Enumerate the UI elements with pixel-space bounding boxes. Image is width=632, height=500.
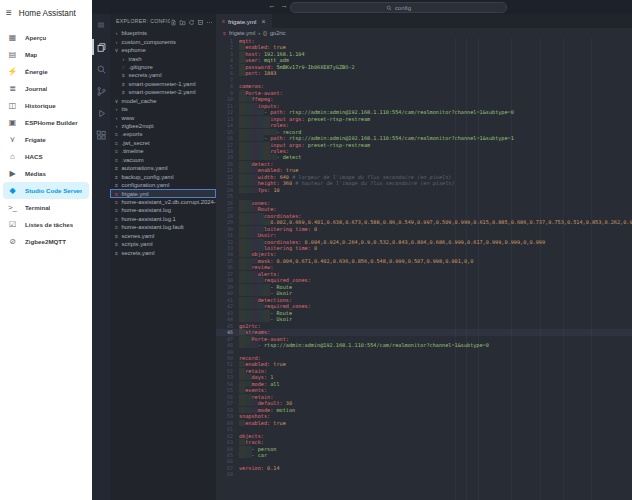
breadcrumb-symbol[interactable]: go2rtc [270, 30, 286, 36]
chevron-down-icon: ∨ [114, 47, 119, 53]
code-token: coordinates: [264, 213, 301, 219]
sidebar-item-map[interactable]: ▤Map [3, 46, 89, 63]
code-token: password: [245, 64, 276, 70]
tree-item-model-cache[interactable]: ∨model_cache [110, 97, 216, 105]
sidebar-item-medias[interactable]: ▶Médias [3, 165, 89, 182]
tree-item-automations-yaml[interactable]: ≡automations.yaml [110, 164, 216, 172]
chevron-down-icon: ∨ [114, 98, 119, 104]
sidebar-item-terminal[interactable]: >_Terminal [3, 199, 89, 216]
sidebar-item-label: Studio Code Server [25, 187, 82, 194]
tree-item-backup-config-yaml[interactable]: ≡backup_config.yaml [110, 172, 216, 180]
tree-item-home-assistant-v2-db-corrupt-2024-12-2[interactable]: ≡home-assistant_v2.db.corrupt.2024-12-2.… [110, 198, 216, 206]
code-token: person [258, 446, 277, 452]
close-tab-icon[interactable]: × [261, 18, 265, 25]
indent-guide [245, 277, 251, 283]
breadcrumb-separator: › [258, 30, 260, 36]
indent-guide [245, 407, 251, 413]
nav-back-icon[interactable]: ← [268, 1, 276, 10]
indent-guide [252, 316, 258, 322]
tree-item-gitignore[interactable]: ○.gitignore [110, 63, 216, 71]
tree-item-trash[interactable]: ›trash [110, 54, 216, 62]
tree-item-configuration-yaml[interactable]: ≡configuration.yaml [110, 181, 216, 189]
sidebar-item-esphome-builder[interactable]: ▣ESPHome Builder [3, 114, 89, 131]
sidebar-item-label: Historique [25, 102, 56, 109]
menu-icon[interactable] [92, 14, 110, 36]
explorer-icon[interactable] [92, 36, 110, 58]
tree-item-esphome[interactable]: ∨esphome [110, 46, 216, 54]
tree-item-exports[interactable]: ≡.exports [110, 130, 216, 138]
code-token: path: [270, 135, 289, 141]
tree-item-frigate-yml[interactable]: ≡frigate.yml [110, 189, 216, 197]
source-control-icon[interactable] [92, 80, 110, 102]
tree-item-smart-powermeter-2-yaml[interactable]: ≡smart-powermeter-2.yaml [110, 88, 216, 96]
sidebar-item-listes-de-taches[interactable]: ☑Listes de tâches [3, 216, 89, 233]
sidebar-item-energie[interactable]: ⚡Énergie [3, 63, 89, 80]
sidebar-item-studio-code-server[interactable]: ◆Studio Code Server [3, 182, 89, 199]
indent-guide [252, 154, 258, 160]
tree-item-zigbee2mqtt[interactable]: ›zigbee2mqtt [110, 122, 216, 130]
zigbee-icon: ⊘ [7, 238, 18, 246]
sidebar-item-hacs[interactable]: ⌂HACS [3, 148, 89, 165]
code-token: required_zones: [264, 303, 311, 309]
indent-guide [245, 239, 251, 245]
nav-forward-icon[interactable]: → [281, 1, 289, 10]
tree-item-jwt-secret[interactable]: ≡.jwt_secret [110, 139, 216, 147]
frigate-icon: ⋎ [7, 136, 18, 144]
tree-item-secrets-yaml[interactable]: ≡secrets.yaml [110, 248, 216, 256]
tree-item-label: model_cache [122, 98, 157, 104]
sidebar-item-apercu[interactable]: ▦Aperçu [3, 29, 89, 46]
code-token: detect: [252, 161, 274, 167]
new-file-icon[interactable] [170, 14, 177, 30]
sidebar-item-historique[interactable]: ◫Historique [3, 97, 89, 114]
tree-item-secrets-yaml[interactable]: ≡secrets.yaml [110, 71, 216, 79]
sidebar-item-journal[interactable]: ≣Journal [3, 80, 89, 97]
ha-menu: ▦Aperçu▤Map⚡Énergie≣Journal◫Historique▣E… [0, 26, 92, 250]
tree-item-timeline[interactable]: ≡.timeline [110, 147, 216, 155]
sidebar-item-label: Énergie [25, 68, 48, 75]
indent-guide [252, 129, 258, 135]
code-line[interactable]: 68 [216, 471, 632, 477]
code-token: version: [239, 465, 267, 471]
tree-item-label: automations.yaml [122, 165, 168, 171]
refresh-icon[interactable] [188, 14, 195, 30]
tree-item-www[interactable]: ›www [110, 113, 216, 121]
indent-guide [245, 103, 251, 109]
extensions-icon[interactable] [92, 124, 110, 146]
code-token: Route [277, 284, 293, 290]
breadcrumb-file[interactable]: frigate.yml [229, 30, 255, 36]
sidebar-item-zigbee2mqtt[interactable]: ⊘Zigbee2MQTT [3, 233, 89, 250]
collapse-all-icon[interactable] [197, 14, 204, 30]
chevron-right-icon: › [114, 115, 119, 121]
command-center-search[interactable]: config [290, 2, 507, 13]
tree-item-home-assistant-log[interactable]: ≡home-assistant.log [110, 206, 216, 214]
tree-item-vacuum[interactable]: ≡.vacuum [110, 156, 216, 164]
indent-guide [252, 290, 258, 296]
indent-guide [245, 213, 251, 219]
sidebar-item-frigate[interactable]: ⋎Frigate [3, 131, 89, 148]
tree-item-tts[interactable]: ›tts [110, 105, 216, 113]
code-token: # largeur de l'image du flux secondaire … [292, 174, 451, 180]
sidebar-menu-icon[interactable]: ≡ [6, 8, 12, 18]
code-token: loitering_time: [264, 245, 314, 251]
yaml-file-icon: ≡ [121, 89, 126, 95]
run-debug-icon[interactable] [92, 102, 110, 124]
indent-guide [245, 142, 251, 148]
new-folder-icon[interactable] [179, 14, 186, 30]
file-file-icon: ≡ [114, 131, 119, 137]
search-icon [386, 5, 392, 11]
code-token: coordinates: [264, 239, 305, 245]
code-token: mode: [258, 407, 277, 413]
tree-item-scenes-yaml[interactable]: ≡scenes.yaml [110, 232, 216, 240]
tree-item-scripts-yaml[interactable]: ≡scripts.yaml [110, 240, 216, 248]
tab-frigate-yml[interactable]: ≡ frigate.yml × [216, 14, 272, 28]
indent-guide [245, 109, 251, 115]
tree-item-custom-components[interactable]: ›custom_components [110, 37, 216, 45]
tree-item-home-assistant-log-1[interactable]: ≡home-assistant.log.1 [110, 215, 216, 223]
code-token: objects: [252, 251, 277, 257]
code-area[interactable]: 1mqtt:2 enabled: true3 host: 192.168.1.1… [216, 38, 632, 500]
more-actions-icon[interactable] [206, 14, 213, 30]
tree-item-smart-powermeter-1-yaml[interactable]: ≡smart-powermeter-1.yaml [110, 80, 216, 88]
search-icon[interactable] [92, 58, 110, 80]
tree-item-blueprints[interactable]: ›blueprints [110, 29, 216, 37]
tree-item-home-assistant-log-fault[interactable]: ≡home-assistant.log.fault [110, 223, 216, 231]
